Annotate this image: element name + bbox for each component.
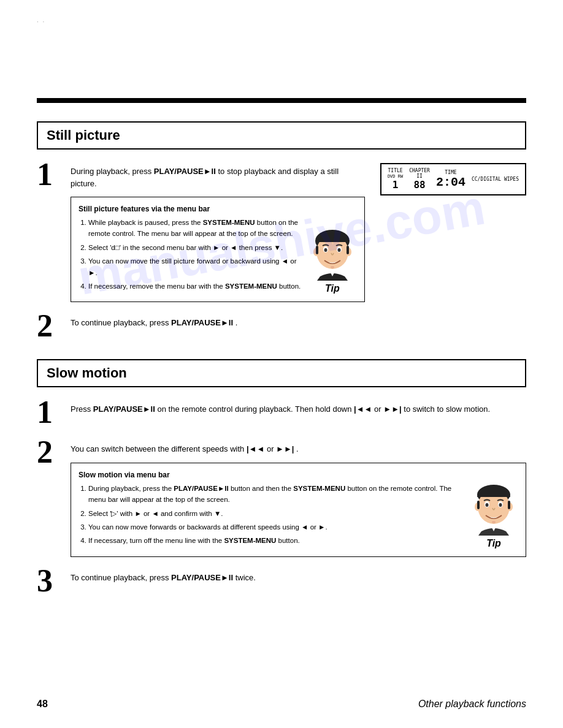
- sm-tip-item-2: Select '▷' with ► or ◄ and confirm with …: [88, 508, 463, 519]
- svg-point-7: [337, 248, 340, 252]
- still-picture-title: Still picture: [47, 127, 120, 143]
- sm-step-number-2: 2: [37, 436, 71, 468]
- sm-tip-face: Tip: [469, 471, 518, 549]
- tip-label-1: Tip: [325, 283, 340, 294]
- sm-sys-menu-key-2: SYSTEM-MENU: [224, 537, 276, 544]
- still-picture-header: Still picture: [37, 121, 526, 150]
- tip-box-list-1: While playback is paused, press the SYST…: [79, 217, 302, 292]
- slow-motion-header: Slow motion: [37, 359, 526, 387]
- svg-rect-21: [508, 501, 510, 509]
- disp-title: TITLEDVD RW 1: [388, 168, 403, 191]
- tip-box-content-1: Still picture features via the menu bar …: [79, 205, 302, 294]
- slow-motion-step-2: 2 You can switch between the different s…: [37, 439, 526, 556]
- sm-next-key-2: ►►|: [276, 444, 294, 453]
- time-value: 2:04: [436, 175, 465, 189]
- sys-menu-key-2: SYSTEM-MENU: [225, 282, 277, 290]
- disc-value: 88: [413, 179, 425, 191]
- svg-point-16: [486, 503, 489, 507]
- sm-sys-menu-key: SYSTEM-MENU: [293, 485, 345, 492]
- bottom-bar: 48 Other playback functions: [0, 699, 563, 710]
- step-2-content: To continue playback, press PLAY/PAUSE►I…: [71, 313, 526, 329]
- sm-step-1-text: Press PLAY/PAUSE►II on the remote contro…: [71, 403, 526, 415]
- playback-key-1: PLAY/PAUSE►II: [154, 167, 216, 176]
- top-dots: · ·: [37, 18, 45, 25]
- disp-time: TIME 2:04: [436, 170, 465, 189]
- tip-item-1-2: Select 'd□' in the second menu bar with …: [88, 242, 302, 253]
- slow-motion-step-3: 3 To continue playback, press PLAY/PAUSE…: [37, 568, 526, 597]
- sm-tip-item-4: If necessary, turn off the menu line wit…: [88, 535, 463, 546]
- step-number-2: 2: [37, 310, 71, 342]
- sm-step-2-text: You can switch between the different spe…: [71, 443, 526, 455]
- tip-item-1-1: While playback is paused, press the SYST…: [88, 217, 302, 240]
- sm-step-number-3: 3: [37, 565, 71, 597]
- sm-playback-key-3: PLAY/PAUSE►II: [171, 573, 233, 582]
- sm-step-2-content: You can switch between the different spe…: [71, 439, 526, 556]
- step-1-content: During playback, press PLAY/PAUSE►II to …: [71, 162, 526, 302]
- display-panel: TITLEDVD RW 1 CHAPTERII 88 TIME 2:04: [380, 163, 526, 195]
- time-label: TIME: [436, 170, 465, 175]
- page-number: 48: [37, 699, 48, 710]
- svg-point-19: [492, 521, 496, 523]
- top-divider: [37, 98, 526, 103]
- title-value: 1: [393, 179, 399, 191]
- title-label: TITLEDVD RW: [388, 168, 403, 179]
- tip-item-1-3: You can now move the still picture forwa…: [88, 256, 302, 278]
- sm-tip-item-3: You can now move forwards or backwards a…: [88, 521, 463, 533]
- disp-extra: CC/DIGITAL WIPES: [472, 176, 519, 182]
- sm-playback-key-1: PLAY/PAUSE►II: [93, 404, 155, 414]
- tip-item-1-4: If necessary, remove the menu bar with t…: [88, 281, 302, 292]
- sm-tip-box-title: Slow motion via menu bar: [79, 471, 463, 479]
- sm-tip-box-content: Slow motion via menu bar During playback…: [79, 471, 463, 549]
- step-1-text-area: During playback, press PLAY/PAUSE►II to …: [71, 165, 365, 302]
- sm-step-number-1: 1: [37, 396, 71, 428]
- tip-box-title-1: Still picture features via the menu bar: [79, 205, 302, 213]
- still-picture-step-1: 1 During playback, press PLAY/PAUSE►II t…: [37, 162, 526, 302]
- top-area: · ·: [0, 0, 563, 98]
- sm-tip-box-list: During playback, press the PLAY/PAUSE►II…: [79, 483, 463, 547]
- still-picture-step-2: 2 To continue playback, press PLAY/PAUSE…: [37, 313, 526, 342]
- tip-face-svg-1: [311, 229, 354, 281]
- disp-chapter: CHAPTERII 88: [409, 168, 430, 191]
- svg-rect-9: [316, 246, 318, 254]
- step-1-text: During playback, press PLAY/PAUSE►II to …: [71, 165, 365, 189]
- sm-tip-item-1: During playback, press the PLAY/PAUSE►II…: [88, 483, 463, 506]
- slow-motion-step-1: 1 Press PLAY/PAUSE►II on the remote cont…: [37, 400, 526, 428]
- sm-play-key: PLAY/PAUSE►II: [174, 485, 228, 492]
- sm-prev-key-2: |◄◄: [247, 444, 264, 453]
- sm-tip-face-svg: [472, 483, 515, 536]
- slow-motion-title: Slow motion: [47, 365, 127, 381]
- tip-face-1: Tip: [308, 205, 357, 294]
- sm-prev-key: |◄◄: [354, 404, 372, 414]
- still-picture-tip-box: Still picture features via the menu bar …: [71, 197, 365, 302]
- step-number-1: 1: [37, 159, 71, 191]
- svg-point-5: [324, 248, 327, 252]
- playback-key-2: PLAY/PAUSE►II: [171, 318, 233, 327]
- svg-point-18: [499, 503, 502, 507]
- sys-menu-key: SYSTEM-MENU: [203, 219, 255, 226]
- section-slow-motion: Slow motion 1 Press PLAY/PAUSE►II on the…: [37, 353, 526, 596]
- slow-motion-tip-box: Slow motion via menu bar During playback…: [71, 463, 526, 557]
- chapter-label: CHAPTERII: [409, 168, 430, 179]
- svg-point-8: [331, 266, 334, 268]
- sm-step-3-content: To continue playback, press PLAY/PAUSE►I…: [71, 568, 526, 584]
- extra-label: CC/DIGITAL WIPES: [472, 176, 519, 182]
- sm-tip-label: Tip: [486, 538, 501, 549]
- sm-step-3-text: To continue playback, press PLAY/PAUSE►I…: [71, 572, 526, 584]
- step-2-text: To continue playback, press PLAY/PAUSE►I…: [71, 317, 526, 329]
- section-still-picture: Still picture 1 During playback, press P…: [37, 115, 526, 342]
- step-1-inline: During playback, press PLAY/PAUSE►II to …: [71, 165, 526, 302]
- sm-step-1-content: Press PLAY/PAUSE►II on the remote contro…: [71, 400, 526, 415]
- page-section: Other playback functions: [418, 699, 526, 710]
- page: · · Still picture 1 During playback, pre…: [0, 0, 563, 728]
- main-content: Still picture 1 During playback, press P…: [0, 103, 563, 620]
- svg-rect-10: [347, 246, 349, 254]
- svg-rect-20: [477, 501, 480, 509]
- sm-next-key: ►►|: [383, 404, 401, 414]
